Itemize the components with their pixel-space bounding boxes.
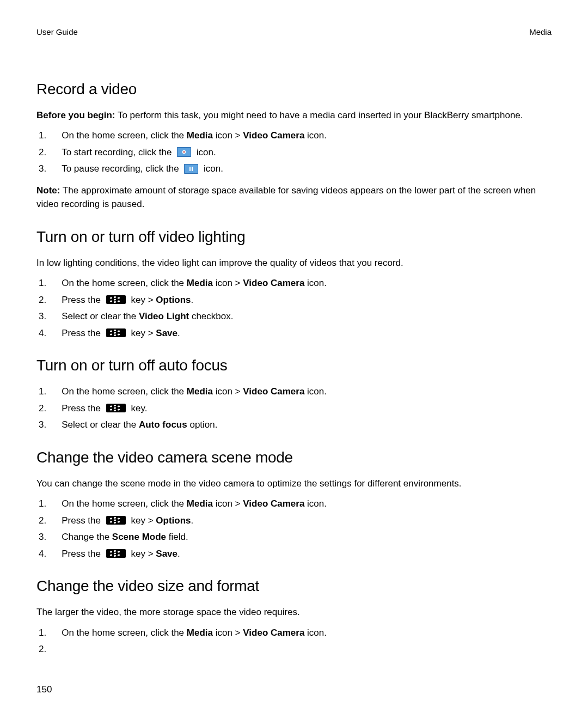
blackberry-key-icon xyxy=(105,548,127,559)
steps-video-lighting: 1. On the home screen, click the Media i… xyxy=(36,276,552,340)
list-item: 3. Change the Scene Mode field. xyxy=(36,530,552,544)
pause-icon xyxy=(183,163,199,175)
page-header: User Guide Media xyxy=(36,26,552,39)
list-item: 2. Press the key > Options. xyxy=(36,514,552,528)
page-number: 150 xyxy=(36,683,52,697)
list-item: 2. xyxy=(36,642,552,656)
note-record-video: Note: The approximate amount of storage … xyxy=(36,184,552,211)
before-you-begin-label: Before you begin: xyxy=(36,110,115,120)
list-item: 3. Select or clear the Auto focus option… xyxy=(36,418,552,432)
header-right: Media xyxy=(529,26,552,39)
blackberry-key-icon xyxy=(105,294,127,305)
heading-scene-mode: Change the video camera scene mode xyxy=(36,446,552,469)
intro-size-format: The larger the video, the more storage s… xyxy=(36,605,552,619)
record-icon xyxy=(176,146,192,158)
steps-record-video: 1. On the home screen, click the Media i… xyxy=(36,129,552,176)
blackberry-key-icon xyxy=(105,403,127,413)
list-item: 4. Press the key > Save. xyxy=(36,547,552,561)
before-you-begin: Before you begin: To perform this task, … xyxy=(36,108,552,123)
header-left: User Guide xyxy=(36,26,78,39)
list-item: 3. Select or clear the Video Light check… xyxy=(36,309,552,324)
blackberry-key-icon xyxy=(105,515,127,526)
blackberry-key-icon xyxy=(105,327,127,338)
list-item: 1. On the home screen, click the Media i… xyxy=(36,276,552,290)
heading-record-video: Record a video xyxy=(36,78,552,101)
heading-video-lighting: Turn on or turn off video lighting xyxy=(36,226,552,248)
steps-scene-mode: 1. On the home screen, click the Media i… xyxy=(36,497,552,561)
heading-auto-focus: Turn on or turn off auto focus xyxy=(36,354,552,377)
steps-auto-focus: 1. On the home screen, click the Media i… xyxy=(36,385,552,432)
intro-scene-mode: You can change the scene mode in the vid… xyxy=(36,477,552,491)
list-item: 4. Press the key > Save. xyxy=(36,326,552,340)
list-item: 1. On the home screen, click the Media i… xyxy=(36,497,552,511)
list-item: 2. Press the key. xyxy=(36,401,552,416)
list-item: 1. On the home screen, click the Media i… xyxy=(36,626,552,640)
note-label: Note: xyxy=(36,185,60,196)
list-item: 2. Press the key > Options. xyxy=(36,293,552,307)
intro-video-lighting: In low lighting conditions, the video li… xyxy=(36,256,552,270)
list-item: 1. On the home screen, click the Media i… xyxy=(36,129,552,143)
list-item: 3. To pause recording, click the icon. xyxy=(36,162,552,176)
list-item: 1. On the home screen, click the Media i… xyxy=(36,385,552,399)
list-item: 2. To start recording, click the icon. xyxy=(36,145,552,160)
steps-size-format: 1. On the home screen, click the Media i… xyxy=(36,626,552,656)
heading-size-format: Change the video size and format xyxy=(36,575,552,598)
